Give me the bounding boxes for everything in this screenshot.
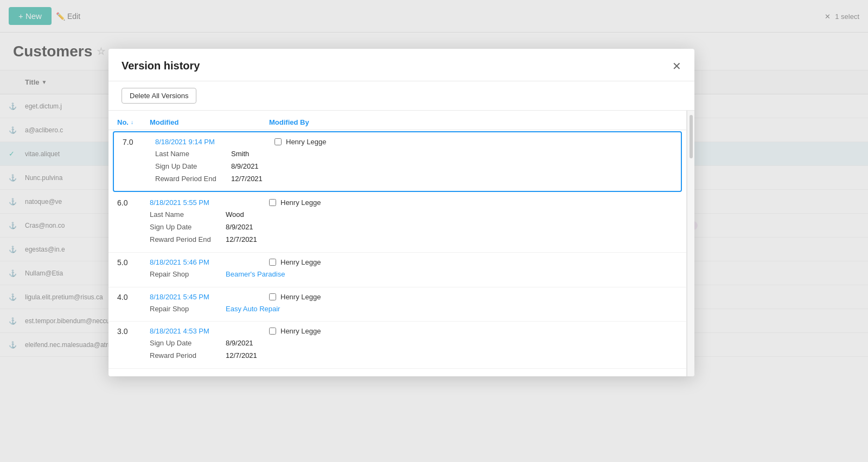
version-checkbox-3[interactable] — [269, 328, 276, 335]
version-changes-4: Repair Shop Easy Auto Repair — [117, 304, 678, 315]
version-entry-5[interactable]: 5.0 8/18/2021 5:46 PM Henry Legge Repair… — [108, 253, 686, 287]
version-entry-7[interactable]: 7.0 8/18/2021 9:14 PM Henry Legge Last N… — [113, 131, 682, 192]
col-no[interactable]: No. ↓ — [117, 118, 150, 126]
col-modified-by: Modified By — [269, 118, 678, 126]
version-checkbox-5[interactable] — [269, 259, 276, 266]
version-modby-5: Henry Legge — [269, 258, 678, 266]
version-date-6[interactable]: 8/18/2021 5:55 PM — [150, 198, 269, 207]
modal-close-button[interactable]: ✕ — [672, 61, 681, 72]
version-checkbox-7[interactable] — [275, 138, 282, 145]
version-date-7[interactable]: 8/18/2021 9:14 PM — [155, 138, 275, 146]
version-checkbox-4[interactable] — [269, 293, 276, 300]
version-history-modal: Version history ✕ Delete All Versions No… — [108, 49, 694, 376]
version-modby-3: Henry Legge — [269, 327, 678, 335]
version-modby-7: Henry Legge — [275, 138, 672, 146]
col-modified[interactable]: Modified — [150, 118, 269, 126]
version-date-5[interactable]: 8/18/2021 5:46 PM — [150, 258, 269, 266]
modal-title: Version history — [122, 60, 200, 72]
version-date-4[interactable]: 8/18/2021 5:45 PM — [150, 293, 269, 301]
version-modby-6: Henry Legge — [269, 198, 678, 207]
modal-toolbar: Delete All Versions — [108, 81, 694, 111]
version-changes-5: Repair Shop Beamer's Paradise — [117, 269, 678, 280]
version-number-4: 4.0 — [117, 293, 150, 301]
delete-all-versions-button[interactable]: Delete All Versions — [122, 88, 196, 104]
version-entry-6[interactable]: 6.0 8/18/2021 5:55 PM Henry Legge Last N… — [108, 193, 686, 252]
version-changes-7: Last Name Smith Sign Up Date 8/9/2021 Re… — [123, 149, 672, 184]
version-number-3: 3.0 — [117, 327, 150, 336]
version-changes-3: Sign Up Date 8/9/2021 Reward Period 12/7… — [117, 338, 678, 362]
version-number-6: 6.0 — [117, 198, 150, 207]
sort-icon: ↓ — [131, 119, 133, 125]
version-modby-4: Henry Legge — [269, 293, 678, 301]
versions-list[interactable]: No. ↓ Modified Modified By 7.0 8/18/2021… — [108, 111, 687, 376]
version-number-7: 7.0 — [123, 138, 155, 146]
version-table-header: No. ↓ Modified Modified By — [108, 115, 686, 130]
modal-scrollbar[interactable] — [687, 111, 694, 376]
version-entry-4[interactable]: 4.0 8/18/2021 5:45 PM Henry Legge Repair… — [108, 287, 686, 322]
modal-body: No. ↓ Modified Modified By 7.0 8/18/2021… — [108, 111, 694, 376]
version-checkbox-6[interactable] — [269, 199, 276, 206]
modal-header: Version history ✕ — [108, 49, 694, 81]
version-entry-3[interactable]: 3.0 8/18/2021 4:53 PM Henry Legge Sign U… — [108, 322, 686, 369]
version-number-5: 5.0 — [117, 258, 150, 267]
version-date-3[interactable]: 8/18/2021 4:53 PM — [150, 327, 269, 335]
modal-scrollbar-thumb[interactable] — [690, 115, 693, 158]
version-changes-6: Last Name Wood Sign Up Date 8/9/2021 Rew… — [117, 209, 678, 245]
